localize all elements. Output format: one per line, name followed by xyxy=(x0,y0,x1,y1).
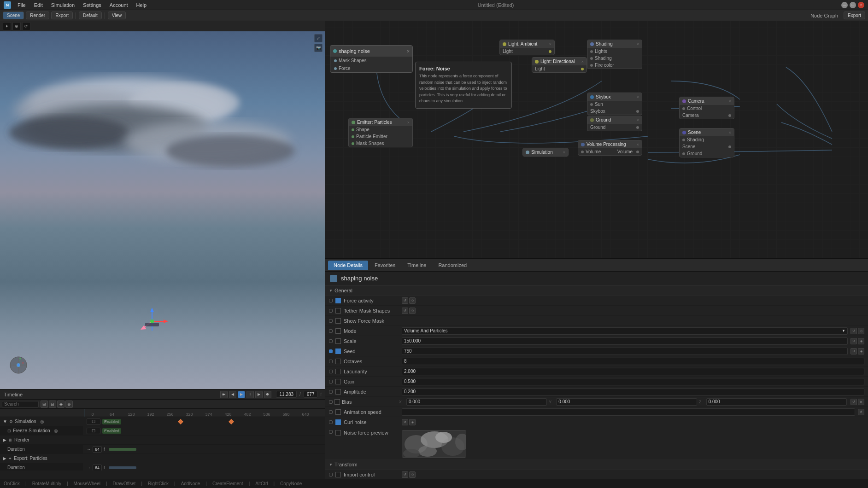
view-button[interactable]: View xyxy=(108,12,126,19)
vol-proc-vol-out-port[interactable] xyxy=(636,151,639,153)
skybox-close[interactable]: × xyxy=(637,95,639,99)
curl-noise-indicator[interactable] xyxy=(329,420,333,424)
emitter-mask-port[interactable] xyxy=(352,142,354,145)
mode-indicator[interactable] xyxy=(329,329,333,333)
track-render-content[interactable] xyxy=(83,436,325,444)
details-scroll-area[interactable]: ▼ General Force activity ↺ ◇ xyxy=(325,285,868,479)
shaping-noise-close[interactable]: × xyxy=(407,49,410,54)
seed-checkbox[interactable] xyxy=(335,349,341,354)
freeze-vis[interactable]: ◎ xyxy=(54,428,58,433)
expand-exp-part-icon[interactable]: ▶ xyxy=(3,456,6,461)
mode-btn-2[interactable]: ◇ xyxy=(858,328,864,334)
force-port[interactable] xyxy=(334,67,337,70)
emitter-close[interactable]: × xyxy=(407,120,410,125)
gain-checkbox[interactable] xyxy=(335,379,341,384)
camera-icon[interactable]: 📷 xyxy=(314,44,323,52)
total-frames[interactable]: 677 xyxy=(304,391,318,398)
track-duration-render-content[interactable]: → 64 f xyxy=(83,445,325,453)
seed-value[interactable]: 750 xyxy=(402,348,848,355)
scale-btn-2[interactable]: ◈ xyxy=(858,338,864,344)
curl-noise-checkbox[interactable] xyxy=(335,419,341,425)
seed-btn-2[interactable]: ◈ xyxy=(858,348,864,354)
vol-proc-header[interactable]: Volume Processing × xyxy=(578,140,642,148)
shading-close[interactable]: × xyxy=(637,42,639,46)
tl-play[interactable]: ▶ xyxy=(238,391,245,398)
camera-ctrl-port[interactable] xyxy=(682,107,685,110)
menu-account[interactable]: Account xyxy=(106,1,132,9)
node-canvas[interactable]: shaping noise × Mask Shapes Force Force:… xyxy=(325,21,868,258)
scene-node-header[interactable]: Scene × xyxy=(680,128,734,136)
light-dir-out-port[interactable] xyxy=(581,68,584,70)
current-frame[interactable]: 11.283 xyxy=(276,391,297,398)
amplitude-checkbox[interactable] xyxy=(335,389,341,395)
force-activity-indicator[interactable] xyxy=(329,299,333,302)
tl-to-start[interactable]: ⏮ xyxy=(220,391,228,398)
bias-btn-2[interactable]: ◈ xyxy=(858,399,864,405)
bias-checkbox[interactable] xyxy=(334,399,340,405)
tether-btn-2[interactable]: ◇ xyxy=(409,308,416,314)
light-ambient-close[interactable]: × xyxy=(549,42,551,46)
keyframe-diamond-2[interactable] xyxy=(229,419,234,424)
menu-edit[interactable]: Edit xyxy=(30,1,47,9)
seed-indicator[interactable] xyxy=(329,349,333,353)
menu-help[interactable]: Help xyxy=(133,1,151,9)
skybox-header[interactable]: Skybox × xyxy=(587,93,642,101)
tether-btn-1[interactable]: ↺ xyxy=(402,308,408,314)
lacunarity-value[interactable]: 2.000 xyxy=(402,368,864,375)
track-simulation-vis[interactable]: ◎ xyxy=(40,419,44,424)
light-dir-close[interactable]: × xyxy=(581,59,584,64)
camera-out-port[interactable] xyxy=(728,114,731,117)
export-button[interactable]: Export xyxy=(51,12,73,19)
force-activity-btn-1[interactable]: ↺ xyxy=(402,297,408,304)
vol-proc-vol-in-port[interactable] xyxy=(581,151,584,153)
mode-select[interactable]: Volume And Particles ▼ xyxy=(402,327,848,335)
sim-enable-toggle[interactable]: ☐ xyxy=(87,418,100,425)
menu-simulation[interactable]: Simulation xyxy=(47,1,78,9)
scene-ground-port[interactable] xyxy=(682,152,685,155)
seed-btn-1[interactable]: ↺ xyxy=(850,348,857,354)
render-button[interactable]: Render xyxy=(26,12,49,19)
vol-proc-close[interactable]: × xyxy=(637,142,639,147)
bias-x-value[interactable]: 0.000 xyxy=(406,398,547,406)
general-section-header[interactable]: ▼ General xyxy=(325,285,868,296)
skybox-out-port[interactable] xyxy=(636,110,639,113)
skybox-sun-port[interactable] xyxy=(590,103,593,106)
tl-next[interactable]: ▶ xyxy=(255,391,263,398)
maximize-viewport-icon[interactable]: ⤢ xyxy=(314,34,323,42)
amplitude-value[interactable]: 0.200 xyxy=(402,388,864,395)
bias-btn-1[interactable]: ↺ xyxy=(850,399,857,405)
ground-out-port[interactable] xyxy=(636,126,639,129)
light-ambient-out-port[interactable] xyxy=(549,50,551,53)
camera-header[interactable]: Camera × xyxy=(680,97,734,105)
tether-indicator[interactable] xyxy=(329,309,333,313)
scale-indicator[interactable] xyxy=(329,339,333,343)
track-freeze-content[interactable]: ☐ Enabled xyxy=(83,426,325,435)
tether-checkbox[interactable] xyxy=(335,308,341,314)
octaves-value[interactable]: 8 xyxy=(402,358,864,365)
curl-noise-btn-2[interactable]: ◈ xyxy=(409,419,416,425)
scene-out-port[interactable] xyxy=(728,145,731,148)
shading-header[interactable]: Shading × xyxy=(587,40,642,48)
force-activity-btn-2[interactable]: ◇ xyxy=(409,297,416,304)
curl-noise-btn-1[interactable]: ↺ xyxy=(402,419,408,425)
tab-timeline[interactable]: Timeline xyxy=(402,261,432,270)
scene-shading-port[interactable] xyxy=(682,139,685,141)
bias-y-value[interactable]: 0.000 xyxy=(556,398,697,406)
import-ctrl-checkbox[interactable] xyxy=(335,472,341,477)
rotate-icon[interactable]: ⟳ xyxy=(22,22,30,30)
force-activity-checkbox[interactable] xyxy=(335,298,341,303)
transform-section-header[interactable]: ▼ Transform xyxy=(325,459,868,470)
transform-icon[interactable]: ✦ xyxy=(3,22,11,30)
lacunarity-indicator[interactable] xyxy=(329,370,333,373)
anim-speed-checkbox[interactable] xyxy=(335,409,341,415)
shading-lights-port[interactable] xyxy=(590,50,593,53)
maximize-button[interactable]: □ xyxy=(850,2,856,8)
mode-btn-1[interactable]: ↺ xyxy=(850,328,857,334)
scale-checkbox[interactable] xyxy=(335,338,341,344)
bias-z-value[interactable]: 0.000 xyxy=(706,398,847,406)
octaves-indicator[interactable] xyxy=(329,360,333,363)
import-ctrl-btn-1[interactable]: ↺ xyxy=(402,471,408,478)
tl-prev[interactable]: ◀ xyxy=(229,391,236,398)
mode-checkbox[interactable] xyxy=(335,328,341,334)
ground-header[interactable]: Ground × xyxy=(587,116,642,124)
